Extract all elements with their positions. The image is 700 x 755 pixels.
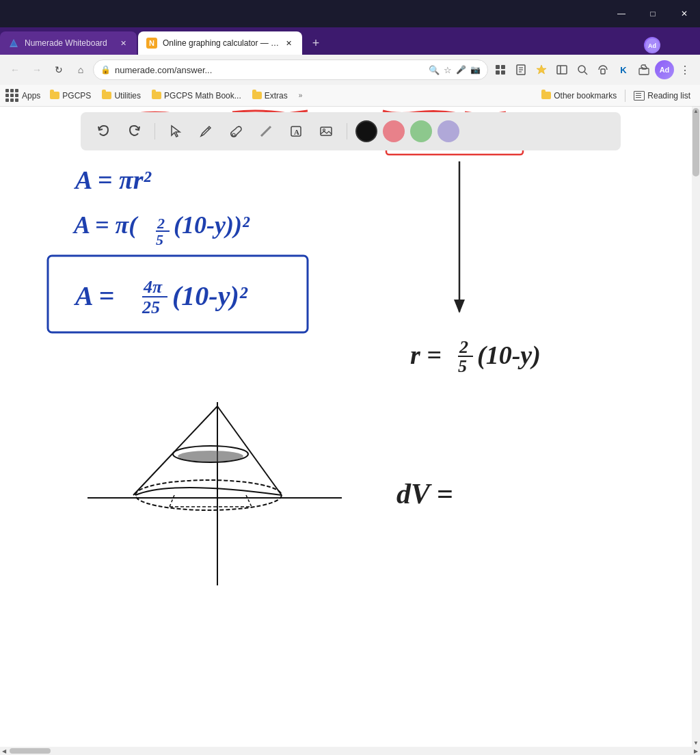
bookmark-pgcps-math[interactable]: PGCPS Math Book... [148,90,245,102]
tab-graphing-favicon: N [146,38,157,49]
tab-graphing-title: Online graphing calculator — Nu [163,38,280,48]
page-content: ²/₅(10-y) :r A = πr² A = π( 2 5 (10-y))²… [0,107,700,755]
svg-line-15 [584,72,587,75]
svg-text:A = π(: A = π( [72,211,139,239]
pen-tool[interactable] [193,119,218,144]
select-tool[interactable] [163,119,188,144]
eraser-tool[interactable] [254,119,278,144]
sidebar-icon[interactable] [552,60,571,79]
home-button[interactable]: ⌂ [71,60,90,79]
whiteboard-canvas[interactable]: ²/₅(10-y) :r A = πr² A = π( 2 5 (10-y))²… [0,107,692,755]
undo-button[interactable] [92,119,116,144]
bookmark-pgcps[interactable]: PGCPS [46,90,95,102]
svg-line-45 [217,406,282,495]
svg-text:2: 2 [157,215,165,232]
address-input-wrap[interactable]: 🔒 numerade.com/answer... 🔍 ☆ 🎤 📷 [93,59,488,80]
reading-list-label: Reading list [647,91,690,101]
refresh-button[interactable]: ↻ [49,60,68,79]
close-button[interactable]: ✕ [669,0,700,27]
toolbar-divider-2 [347,123,347,140]
bottom-scrollbar: ◀ ▶ [0,747,700,755]
back-button[interactable]: ← [5,60,25,79]
title-bar: — □ ✕ [0,0,700,27]
browser-extension-icon[interactable] [593,60,612,79]
scroll-left-button[interactable]: ◀ [0,747,8,755]
bookmarks-bar: Apps PGCPS Utilities PGCPS Math Book... … [0,85,700,107]
r-formula: r = 2 5 (10-y) [410,337,541,376]
tab-numerade[interactable]: Numerade Whiteboard ✕ [0,31,137,55]
mic-icon[interactable]: 🎤 [456,65,466,75]
reading-list-button[interactable]: Reading list [630,90,695,102]
image-tool[interactable] [314,119,338,144]
text-tool[interactable]: A [284,119,308,144]
svg-point-55 [232,133,235,136]
color-pink[interactable] [383,120,405,142]
tab-numerade-title: Numerade Whiteboard [25,38,115,48]
scroll-up-button[interactable]: ▲ [692,107,700,115]
color-black[interactable] [355,120,377,142]
color-lavender[interactable] [438,120,459,142]
lock-icon: 🔒 [100,65,111,75]
svg-marker-36 [454,300,465,313]
bookmark-label: Utilities [114,91,141,101]
search-icon: 🔍 [429,65,440,75]
blue-formulas: A = πr² A = π( 2 5 (10-y))² A = 4π 25 (1… [48,165,308,332]
svg-text:A = πr²: A = πr² [74,165,152,194]
extensions-icon[interactable] [491,60,510,79]
tab-graphing-close[interactable]: ✕ [283,38,294,49]
color-green[interactable] [410,120,432,142]
svg-text:(10-y)²: (10-y)² [172,280,248,311]
scroll-right-button[interactable]: ▶ [692,747,700,755]
svg-rect-6 [496,70,500,75]
forward-button[interactable]: → [27,60,46,79]
tab-graphing[interactable]: N Online graphing calculator — Nu ✕ [138,31,302,55]
scrollbar-thumb[interactable] [692,108,699,176]
svg-rect-59 [321,127,332,135]
bookmark-utilities[interactable]: Utilities [98,90,145,102]
more-bookmarks-button[interactable]: » [295,90,307,101]
bing-icon[interactable]: K [614,60,633,79]
vertical-arrow [454,161,465,313]
folder-icon [50,92,59,99]
apps-label[interactable]: Apps [22,91,40,101]
folder-icon [541,92,551,99]
svg-text:r =: r = [410,341,442,369]
scroll-down-button[interactable]: ▼ [692,739,700,747]
svg-text:dV =: dV = [396,478,453,509]
dv-formula: dV = [396,478,453,509]
toolbar-divider [154,123,155,140]
zoom-icon[interactable] [573,60,592,79]
folder-icon [152,92,161,99]
puzzle-icon[interactable] [634,60,654,79]
svg-text:Ad: Ad [648,42,656,49]
profile-button[interactable]: Ad [643,36,662,55]
bookmark-label: Extras [265,91,288,101]
bookmark-other[interactable]: Other bookmarks [537,90,621,102]
svg-rect-4 [496,65,500,69]
address-bar: ← → ↻ ⌂ 🔒 numerade.com/answer... 🔍 ☆ 🎤 📷 [0,55,700,85]
svg-rect-5 [501,65,505,69]
svg-point-60 [323,129,325,131]
svg-text:25: 25 [142,297,160,317]
minimize-button[interactable]: — [606,0,637,27]
bookmark-label: PGCPS [62,91,91,101]
other-bookmarks-label: Other bookmarks [554,91,617,101]
tab-numerade-close[interactable]: ✕ [118,38,129,49]
account-button[interactable]: Ad [655,60,674,79]
more-button[interactable]: ⋮ [675,60,695,79]
redo-button[interactable] [122,119,146,144]
maximize-button[interactable]: □ [637,0,669,27]
tab-add-button[interactable]: + [304,31,328,55]
cone-drawing [88,402,342,585]
favorites-icon[interactable] [532,60,551,79]
collections-icon[interactable] [511,60,530,79]
svg-text:4π: 4π [143,277,163,297]
screen-capture-icon[interactable]: 📷 [470,65,481,75]
bookmark-extras[interactable]: Extras [248,90,292,102]
scrollbar-track: ▲ ▼ [692,107,700,755]
svg-point-14 [578,66,585,72]
bottom-scrollbar-thumb[interactable] [10,748,51,754]
folder-icon [252,92,262,99]
star-icon[interactable]: ☆ [444,65,452,75]
tools-button[interactable] [224,119,248,144]
